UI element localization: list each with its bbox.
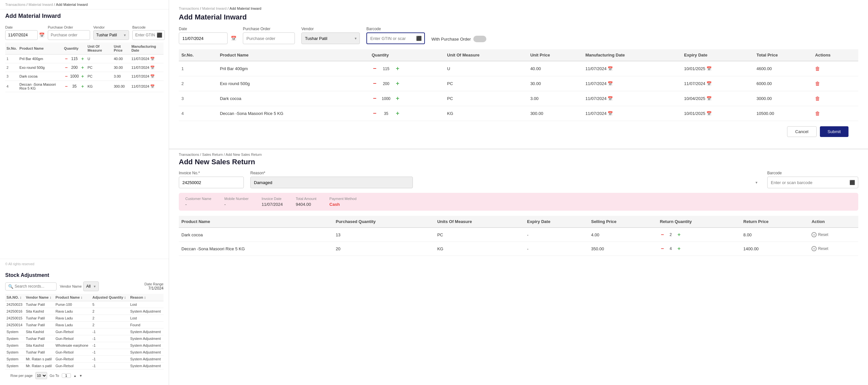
qty-plus-btn[interactable]: + [395, 110, 401, 117]
product-name: Gun-Retsol [54, 349, 91, 356]
row-per-page-select[interactable]: 10 [35, 372, 47, 379]
right-top-table-wrapper: Sr.No. Product Name Quantity Unit Of Mea… [179, 49, 858, 121]
mfg-cal-icon[interactable]: 📅 [150, 66, 155, 69]
rt-vendor-select[interactable]: Tushar Patil [301, 32, 360, 44]
return-qty-minus-btn[interactable]: − [660, 232, 665, 238]
exp-cal-icon[interactable]: 📅 [706, 96, 712, 101]
sa-no: System [5, 349, 24, 356]
sa-no: 24250023 [5, 301, 24, 308]
left-barcode-scan-icon[interactable]: ⬛ [157, 32, 162, 38]
go-to-label: Go To [50, 374, 59, 378]
mfg-cal-icon[interactable]: 📅 [608, 66, 613, 71]
mfg-cal-icon[interactable]: 📅 [150, 57, 155, 61]
sales-col-selling-price: Selling Price [588, 216, 657, 228]
qty-value: 115 [69, 57, 79, 61]
return-qty-minus-btn[interactable]: − [660, 246, 665, 252]
reset-circle-icon: ✕ [811, 246, 817, 251]
qty-minus-btn[interactable]: − [64, 74, 69, 79]
product-name: Dark cocoa [18, 72, 63, 81]
sales-col-action: Action [809, 216, 858, 228]
delete-row-button[interactable]: 🗑 [815, 96, 820, 102]
return-qty-value: 4 [666, 246, 676, 251]
product-name: Purse-100 [54, 301, 91, 308]
page-stepper-up[interactable]: ▲ [73, 374, 77, 378]
inv-date-label: Invoice Date [262, 197, 283, 201]
invoice-input[interactable] [179, 177, 244, 188]
expiry-cell: - [524, 242, 588, 256]
exp-cal-icon[interactable]: 📅 [706, 66, 712, 71]
stock-vendor-group: Vendor Name All [60, 281, 99, 291]
left-vendor-select[interactable]: Tushar Patil [93, 30, 129, 40]
reset-button[interactable]: ✕ Reset [811, 246, 828, 251]
table-row: 3 Dark cocoa − 1000 + PC 3.00 11/07/2024… [179, 91, 858, 106]
sales-barcode-scan-icon[interactable]: ⬛ [849, 180, 855, 185]
reason: Found [129, 322, 163, 328]
left-col-qty: Quantity [63, 42, 86, 55]
qty-plus-btn[interactable]: + [395, 80, 401, 87]
page-input[interactable] [62, 373, 71, 378]
delete-row-button[interactable]: 🗑 [815, 66, 820, 72]
mfg-cal-icon[interactable]: 📅 [608, 96, 613, 101]
qty-plus-btn[interactable]: + [395, 95, 401, 102]
exp-cal-icon[interactable]: 📅 [706, 111, 712, 116]
stock-col-reason: Reason ↕ [129, 294, 163, 301]
return-qty-plus-btn[interactable]: + [677, 246, 681, 252]
reset-button[interactable]: ✕ Reset [811, 232, 828, 237]
return-qty-plus-btn[interactable]: + [677, 232, 681, 238]
submit-button[interactable]: Submit [820, 126, 848, 137]
rt-po-label: Purchase Order [243, 27, 295, 31]
rt-barcode-scan-icon[interactable]: ⬛ [416, 36, 422, 41]
qty-plus-btn[interactable]: + [80, 74, 85, 79]
sales-return-table: Product Name Purchased Quantity Units Of… [179, 216, 858, 256]
left-calendar-icon[interactable]: 📅 [39, 32, 44, 38]
adj-qty: -1 [91, 362, 129, 370]
qty-minus-btn[interactable]: − [372, 80, 378, 87]
qty-plus-btn[interactable]: + [80, 56, 85, 61]
qty-plus-btn[interactable]: + [395, 65, 401, 72]
total-price-cell: 3000.00 [754, 91, 812, 106]
mfg-cal-icon[interactable]: 📅 [608, 111, 613, 116]
pagination-row: Row per page 10 Go To ▲ ▼ [5, 370, 163, 382]
qty-minus-btn[interactable]: − [372, 65, 378, 72]
left-date-input[interactable] [5, 30, 38, 40]
uom-cell: U [444, 61, 528, 76]
qty-value: 200 [69, 65, 79, 70]
rt-col-sr: Sr.No. [179, 49, 217, 61]
delete-row-button[interactable]: 🗑 [815, 81, 820, 87]
qty-minus-btn[interactable]: − [372, 95, 378, 102]
rt-date-input[interactable] [179, 32, 227, 44]
stock-vendor-label: Vendor Name [60, 284, 82, 288]
qty-minus-btn[interactable]: − [64, 56, 69, 61]
reason-select[interactable]: Damaged [250, 177, 413, 188]
delete-row-button[interactable]: 🗑 [815, 111, 820, 116]
vendor-name: Tushar Patil [24, 301, 54, 308]
uom-cell: KG [435, 242, 524, 256]
reason: System Adjustment [129, 349, 163, 356]
qty-plus-btn[interactable]: + [80, 84, 85, 89]
left-po-input[interactable] [48, 30, 90, 40]
qty-minus-btn[interactable]: − [372, 110, 378, 117]
rt-calendar-icon[interactable]: 📅 [231, 36, 236, 41]
stock-vendor-select[interactable]: All [83, 281, 99, 291]
sales-barcode-input[interactable] [767, 177, 858, 188]
exp-cal-icon[interactable]: 📅 [706, 81, 712, 86]
customer-value: - [185, 202, 211, 207]
sa-no: System [5, 328, 24, 335]
mfg-cal-icon[interactable]: 📅 [608, 81, 613, 86]
rt-po-input[interactable] [243, 32, 295, 44]
mobile-label: Mobile Number [224, 197, 249, 201]
sa-no: System [5, 362, 24, 370]
cancel-button[interactable]: Cancel [787, 126, 816, 137]
mfg-cal-icon[interactable]: 📅 [150, 74, 155, 78]
page-stepper-down[interactable]: ▼ [79, 374, 83, 378]
mfg-cal-icon[interactable]: 📅 [150, 84, 155, 88]
qty-cell: − 200 + [369, 76, 444, 91]
right-bottom-title: Add New Sales Return [179, 158, 858, 166]
left-po-label: Purchase Order [48, 25, 90, 29]
with-po-toggle[interactable] [473, 36, 486, 42]
qty-minus-btn[interactable]: − [64, 65, 69, 70]
expiry-cell: - [524, 228, 588, 242]
qty-minus-btn[interactable]: − [64, 84, 69, 89]
stock-search-input[interactable] [14, 284, 54, 289]
qty-plus-btn[interactable]: + [80, 65, 85, 70]
